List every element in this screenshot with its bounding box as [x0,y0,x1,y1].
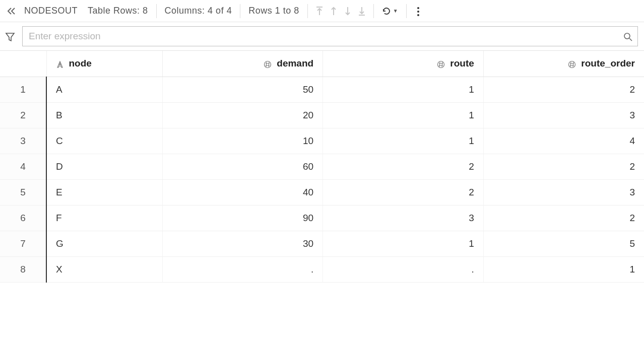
svg-point-5 [624,33,630,39]
cell-node[interactable]: D [46,154,162,179]
cell-route-order[interactable]: 3 [483,102,644,128]
cell-demand[interactable]: . [162,256,323,282]
go-next-button[interactable] [344,6,351,16]
row-number[interactable]: 1 [0,77,46,102]
row-number[interactable]: 7 [0,231,46,256]
svg-line-16 [442,62,442,67]
col-header-demand[interactable]: demand [162,51,323,77]
separator [307,4,308,18]
row-number[interactable]: 3 [0,128,46,154]
arrow-up-icon [330,7,337,16]
go-prev-button[interactable] [330,6,337,16]
row-nav-group [311,6,370,16]
row-number[interactable]: 2 [0,102,46,128]
cell-node[interactable]: A [46,77,162,102]
cell-route-order[interactable]: 4 [483,128,644,154]
cell-route[interactable]: 1 [323,77,484,102]
separator [406,4,407,18]
svg-point-4 [417,14,419,16]
chevrons-left-icon [7,8,16,15]
cell-node[interactable]: C [46,128,162,154]
cell-node[interactable]: X [46,256,162,282]
go-first-button[interactable] [316,6,323,16]
row-number[interactable]: 4 [0,154,46,179]
cell-route-order[interactable]: 2 [483,77,644,102]
separator [240,4,240,18]
col-header-route[interactable]: route [323,51,484,77]
svg-line-21 [573,62,573,67]
table-rows-label: Table Rows: 8 [83,6,153,16]
cell-route-order[interactable]: 2 [483,154,644,179]
more-options-button[interactable] [410,5,427,17]
table-row[interactable]: 7G3015 [0,231,644,256]
svg-line-20 [570,62,571,67]
row-number[interactable]: 8 [0,256,46,282]
cell-demand[interactable]: 60 [162,154,323,179]
rownum-header[interactable] [0,51,46,77]
cell-route-order[interactable]: 2 [483,205,644,231]
separator [373,4,374,18]
refresh-button[interactable]: ▼ [377,7,403,16]
svg-point-7 [265,61,271,67]
toolbar: NODESOUT Table Rows: 8 Columns: 4 of 4 R… [0,0,644,22]
refresh-icon [382,7,391,16]
filter-button[interactable] [5,31,15,41]
num-type-icon [264,58,272,70]
cell-node[interactable]: G [46,231,162,256]
data-table: node demand route route_order 1A50122B20… [0,50,644,283]
go-last-button[interactable] [358,6,365,16]
caret-down-icon: ▼ [393,8,398,14]
search-button[interactable] [623,31,632,42]
cell-route[interactable]: 2 [323,179,484,205]
cell-route[interactable]: 2 [323,154,484,179]
svg-line-10 [266,62,267,67]
char-type-icon [56,58,64,70]
table-row[interactable]: 6F9032 [0,205,644,231]
table-row[interactable]: 4D6022 [0,154,644,179]
cell-demand[interactable]: 50 [162,77,323,102]
cell-route-order[interactable]: 1 [483,256,644,282]
row-number[interactable]: 6 [0,205,46,231]
table-row[interactable]: 3C1014 [0,128,644,154]
svg-point-17 [569,61,575,67]
cell-node[interactable]: B [46,102,162,128]
cell-demand[interactable]: 40 [162,179,323,205]
arrow-down-icon [344,7,351,16]
kebab-icon [417,7,420,17]
collapse-button[interactable] [4,7,19,16]
table-row[interactable]: 5E4023 [0,179,644,205]
separator [156,4,157,18]
num-type-icon [437,58,445,70]
col-header-route-order[interactable]: route_order [483,51,644,77]
cell-demand[interactable]: 10 [162,128,323,154]
rows-range-label: Rows 1 to 8 [243,6,304,16]
svg-point-12 [438,61,444,67]
svg-line-11 [269,62,269,67]
filter-input-wrap [22,26,638,46]
cell-route[interactable]: . [323,256,484,282]
table-row[interactable]: 2B2013 [0,102,644,128]
cell-node[interactable]: E [46,179,162,205]
cell-demand[interactable]: 20 [162,102,323,128]
table-row[interactable]: 8X..1 [0,256,644,282]
col-label: route [450,58,474,69]
col-label: demand [277,58,313,69]
filter-row [0,22,644,50]
search-icon [623,32,632,41]
cell-route[interactable]: 1 [323,128,484,154]
table-row[interactable]: 1A5012 [0,77,644,102]
columns-label: Columns: 4 of 4 [160,6,237,16]
num-type-icon [568,58,576,70]
col-header-node[interactable]: node [46,51,162,77]
cell-route[interactable]: 1 [323,231,484,256]
cell-route-order[interactable]: 5 [483,231,644,256]
row-number[interactable]: 5 [0,179,46,205]
cell-route-order[interactable]: 3 [483,179,644,205]
cell-demand[interactable]: 30 [162,231,323,256]
arrow-down-bar-icon [358,7,365,16]
cell-demand[interactable]: 90 [162,205,323,231]
filter-input[interactable] [28,30,623,42]
cell-route[interactable]: 1 [323,102,484,128]
cell-route[interactable]: 3 [323,205,484,231]
cell-node[interactable]: F [46,205,162,231]
